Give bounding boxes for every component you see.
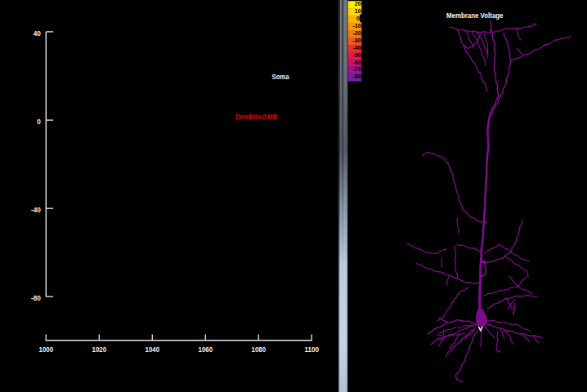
svg-text:1000: 1000: [39, 345, 54, 354]
svg-text:0: 0: [356, 16, 360, 21]
svg-text:1040: 1040: [146, 345, 160, 354]
svg-text:1060: 1060: [199, 345, 213, 354]
svg-text:1020: 1020: [92, 345, 107, 354]
svg-text:Soma: Soma: [272, 74, 289, 81]
svg-text:-20: -20: [352, 30, 361, 36]
svg-text:Dendrite@MB: Dendrite@MB: [235, 114, 277, 121]
svg-text:-30: -30: [352, 38, 361, 43]
svg-text:0: 0: [37, 118, 41, 126]
svg-text:40: 40: [34, 30, 42, 38]
svg-text:-40: -40: [31, 207, 41, 214]
svg-text:-70: -70: [352, 66, 361, 72]
svg-text:-60: -60: [352, 60, 361, 65]
svg-text:-50: -50: [352, 52, 361, 58]
svg-text:1100: 1100: [305, 345, 320, 354]
svg-text:1080: 1080: [252, 345, 267, 354]
svg-text:20: 20: [355, 1, 361, 7]
svg-text:-10: -10: [352, 23, 361, 29]
svg-text:Membrane Voltage: Membrane Voltage: [446, 11, 504, 20]
svg-text:-40: -40: [352, 45, 361, 51]
svg-text:-80: -80: [31, 295, 41, 302]
svg-text:-80: -80: [352, 74, 361, 79]
svg-text:10: 10: [355, 8, 361, 14]
